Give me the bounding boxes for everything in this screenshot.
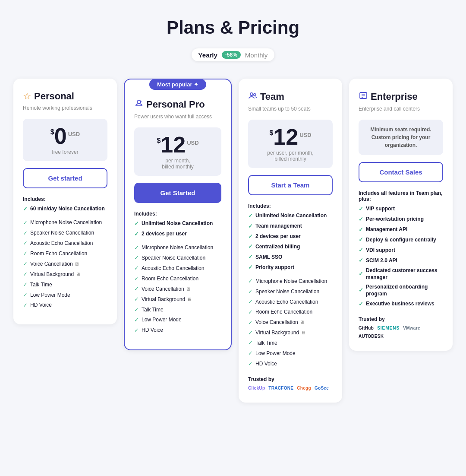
feature-text: Priority support	[255, 264, 294, 271]
cta-button-enterprise[interactable]: Contact Sales	[359, 162, 443, 182]
feature-item: ✓ 60 min/day Noise Cancellation	[23, 206, 107, 213]
feature-item: ✓ Priority support	[248, 264, 333, 271]
feature-text: 2 devices per user	[255, 233, 301, 240]
personal-pro-icon	[134, 98, 144, 111]
cta-button-personal-pro[interactable]: Get Started	[134, 183, 221, 203]
plan-name: Personal Pro	[146, 99, 205, 110]
feature-item: ✓ Acoustic Echo Cancellation	[248, 298, 333, 306]
feature-text: Room Echo Cancellation	[142, 276, 198, 282]
check-icon: ✓	[23, 240, 28, 247]
plan-header: Enterprise	[359, 91, 443, 103]
feature-text: Centralized billing	[255, 244, 300, 251]
feature-item: ✓ Speaker Noise Cancellation	[134, 254, 221, 262]
check-icon: ✓	[248, 298, 253, 306]
price-box: Minimum seats required. Custom pricing f…	[359, 120, 443, 155]
feature-item: ✓ 2 devices per user	[248, 233, 333, 241]
cta-button-personal[interactable]: Get started	[23, 168, 107, 188]
feature-tooltip-icon: 🖥	[187, 297, 192, 302]
check-icon: ✓	[248, 213, 253, 220]
includes-label: Includes:	[248, 203, 333, 209]
check-icon: ✓	[134, 244, 139, 252]
feature-text: Acoustic Echo Cancellation	[255, 299, 318, 306]
feature-item: ✓ Speaker Noise Cancellation	[248, 288, 333, 295]
feature-text: Microphone Noise Cancellation	[255, 278, 327, 285]
feature-item: ✓ Room Echo Cancellation	[23, 250, 107, 257]
enterprise-icon	[359, 91, 368, 103]
feature-text: VDI support	[366, 247, 395, 254]
price-usd: USD	[187, 140, 198, 146]
feature-text: Team management	[255, 223, 302, 230]
feature-text: HD Voice	[255, 361, 277, 368]
check-icon: ✓	[134, 327, 139, 334]
billing-toggle: Yearly -58% Monthly	[9, 48, 457, 61]
feature-text: Virtual Background 🖥	[30, 271, 80, 278]
trusted-logo: SIEMENS	[377, 326, 400, 330]
check-icon: ✓	[359, 226, 363, 234]
feature-text: 2 devices per user	[142, 231, 187, 238]
feature-item: ✓ Talk Time	[134, 306, 221, 314]
feature-text: Unlimited Noise Cancellation	[142, 220, 213, 227]
feature-text: HD Voice	[30, 302, 52, 309]
plan-subtitle: Small teams up to 50 seats	[248, 105, 333, 113]
price-dollar: $	[269, 129, 273, 137]
feature-text: Voice Cancellation 🖥	[142, 286, 190, 293]
trusted-logo: TRACFONE	[268, 386, 293, 390]
trusted-logo: VMware	[403, 326, 420, 330]
feature-text: Speaker Noise Cancellation	[255, 289, 319, 295]
check-icon: ✓	[248, 223, 253, 230]
price-box: $ 0 USD free forever	[23, 119, 107, 161]
feature-item: ✓ 2 devices per user	[134, 231, 221, 238]
team-icon	[248, 91, 258, 103]
feature-text: Talk Time	[255, 340, 277, 347]
check-icon: ✓	[359, 257, 363, 264]
feature-item: ✓ Personalized onboarding program	[359, 284, 443, 297]
plan-card-enterprise: Enterprise Enterprise and call centers M…	[349, 79, 453, 351]
check-icon: ✓	[248, 330, 253, 337]
check-icon: ✓	[359, 270, 363, 278]
plan-subtitle: Remote working professionals	[23, 105, 107, 112]
check-icon: ✓	[248, 319, 253, 327]
plan-subtitle: Enterprise and call centers	[359, 105, 443, 113]
yearly-label[interactable]: Yearly	[198, 51, 217, 59]
trusted-logo: ClickUp	[248, 386, 265, 390]
plan-name: Team	[260, 91, 284, 102]
feature-item: ✓ Low Power Mode	[134, 317, 221, 324]
feature-text: HD Voice	[142, 327, 163, 334]
feature-text: Room Echo Cancellation	[30, 251, 87, 257]
feature-item: ✓ SCIM 2.0 API	[359, 257, 443, 264]
check-icon: ✓	[23, 302, 28, 309]
price-period: per user, per month,billed monthly	[253, 150, 327, 162]
feature-tooltip-icon: 🖥	[301, 330, 305, 335]
plan-name: Enterprise	[371, 91, 418, 102]
popular-badge: Most popular ✦	[149, 79, 206, 90]
feature-item: ✓ HD Voice	[134, 327, 221, 334]
feature-text: Acoustic Echo Cancellation	[142, 265, 204, 272]
feature-item: ✓ Talk Time	[248, 340, 333, 347]
price-usd: USD	[68, 131, 80, 137]
feature-item: ✓ Voice Cancellation 🖥	[134, 286, 221, 293]
trusted-section: Trusted by GitHubSIEMENSVMwareAUTODESK	[359, 316, 443, 339]
check-icon: ✓	[359, 216, 363, 223]
price-dollar: $	[50, 128, 54, 136]
monthly-label[interactable]: Monthly	[245, 51, 268, 59]
feature-item: ✓ SAML SSO	[248, 254, 333, 261]
feature-item: ✓ Acoustic Echo Cancellation	[23, 240, 107, 247]
feature-text: Low Power Mode	[142, 317, 182, 324]
feature-text: SAML SSO	[255, 254, 282, 261]
trusted-logo: GoSee	[315, 386, 329, 390]
includes-label: Includes:	[134, 211, 221, 217]
feature-item: ✓ Talk Time	[23, 281, 107, 289]
feature-list: ✓ 60 min/day Noise Cancellation ✓ Microp…	[23, 206, 107, 309]
check-icon: ✓	[359, 301, 363, 308]
check-icon: ✓	[359, 247, 363, 254]
feature-item: ✓ VDI support	[359, 247, 443, 254]
check-icon: ✓	[134, 220, 139, 228]
plan-subtitle: Power users who want full access	[134, 113, 221, 121]
check-icon: ✓	[134, 317, 139, 324]
toggle-container[interactable]: Yearly -58% Monthly	[192, 48, 275, 61]
feature-text: Voice Cancellation 🖥	[30, 261, 79, 268]
feature-text: Acoustic Echo Cancellation	[30, 240, 93, 247]
feature-tooltip-icon: 🖥	[74, 261, 79, 267]
cta-button-team[interactable]: Start a Team	[248, 175, 333, 195]
feature-text: Talk Time	[142, 307, 164, 314]
